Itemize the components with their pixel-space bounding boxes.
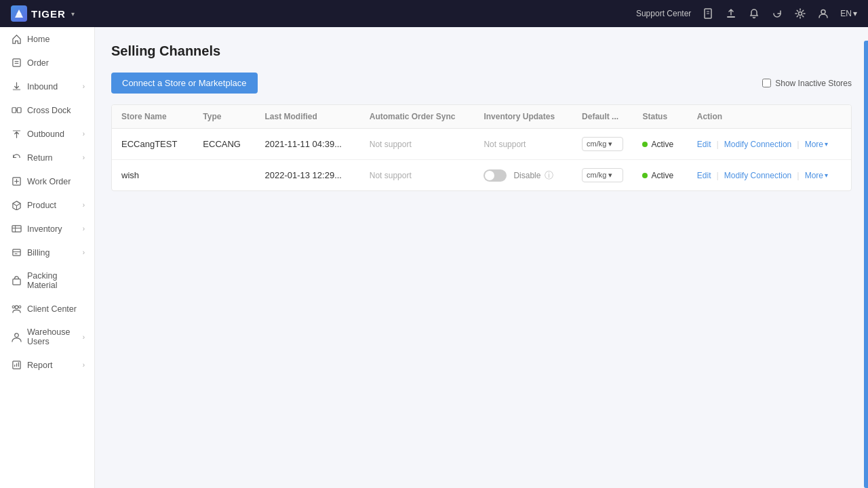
table-row: wish2022-01-13 12:29...Not supportDisabl… <box>112 160 851 191</box>
order-icon <box>12 58 22 68</box>
product-icon <box>12 200 22 210</box>
inventory-toggle[interactable] <box>484 169 507 182</box>
table-row: ECCangTESTECCANG2021-11-11 04:39...Not s… <box>112 129 851 160</box>
support-center-link[interactable]: Support Center <box>636 9 691 18</box>
action-separator-2: | <box>797 170 799 180</box>
selling-channels-table: Store Name Type Last Modified Automatic … <box>111 104 852 191</box>
sidebar-item-order[interactable]: Order <box>0 51 94 75</box>
sidebar-item-billing[interactable]: Billing › <box>0 241 94 264</box>
warehouse-caret-icon: › <box>83 333 85 341</box>
cell-default: cm/kg ▾ <box>572 160 633 191</box>
col-last-modified: Last Modified <box>255 105 359 129</box>
action-separator: | <box>716 170 718 180</box>
table-header-row: Store Name Type Last Modified Automatic … <box>112 105 851 129</box>
edit-link[interactable]: Edit <box>697 171 711 180</box>
modify-connection-link[interactable]: Modify Connection <box>724 140 791 149</box>
more-dropdown[interactable]: More▾ <box>805 171 828 180</box>
language-selector[interactable]: EN ▾ <box>840 9 857 18</box>
sidebar-label-cross-dock: Cross Dock <box>27 106 85 115</box>
status-badge: Active <box>642 171 673 180</box>
sidebar-label-order: Order <box>27 58 85 68</box>
more-dropdown[interactable]: More▾ <box>805 140 828 149</box>
svg-rect-13 <box>13 130 20 131</box>
toolbar: Connect a Store or Marketplace Show Inac… <box>111 73 852 94</box>
user-icon[interactable] <box>817 7 829 20</box>
topnav: TIGER ▾ Support Center EN ▾ <box>0 0 868 27</box>
billing-icon <box>12 247 22 258</box>
report-caret-icon: › <box>83 361 85 369</box>
more-caret-icon: ▾ <box>825 171 828 179</box>
language-label: EN <box>840 9 852 18</box>
svg-line-16 <box>13 203 17 205</box>
sidebar-item-outbound[interactable]: Outbound › <box>0 122 94 146</box>
right-panel-hint <box>864 41 868 488</box>
sidebar-item-home[interactable]: Home <box>0 27 94 51</box>
sidebar-item-report[interactable]: Report › <box>0 353 94 377</box>
product-caret-icon: › <box>83 201 85 209</box>
show-inactive-checkbox[interactable] <box>762 79 771 87</box>
show-inactive-label[interactable]: Show Inactive Stores <box>762 79 852 88</box>
cell-default: cm/kg ▾ <box>572 129 633 160</box>
sidebar: Home Order Inbound › Cross Dock Outbound… <box>0 27 95 488</box>
settings-icon[interactable] <box>794 7 806 20</box>
col-store-name: Store Name <box>112 105 193 129</box>
topnav-actions: Support Center EN ▾ <box>636 7 857 20</box>
sidebar-item-packing-material[interactable]: Packing Material <box>0 264 94 297</box>
sidebar-item-product[interactable]: Product › <box>0 193 94 217</box>
sidebar-label-return: Return <box>27 153 77 163</box>
modify-connection-link[interactable]: Modify Connection <box>724 171 791 180</box>
cell-store-name: wish <box>112 160 193 191</box>
cell-status: Active <box>633 129 687 160</box>
col-type: Type <box>193 105 255 129</box>
refresh-icon[interactable] <box>771 7 783 20</box>
inventory-info-icon[interactable]: ⓘ <box>545 169 553 182</box>
cell-inventory-updates: Disableⓘ <box>474 160 572 191</box>
app-caret-icon[interactable]: ▾ <box>71 10 75 18</box>
svg-point-26 <box>19 306 21 308</box>
bell-icon[interactable] <box>748 7 760 20</box>
home-icon <box>12 34 22 44</box>
sidebar-item-return[interactable]: Return › <box>0 146 94 169</box>
sidebar-item-work-order[interactable]: Work Order <box>0 169 94 193</box>
page-title: Selling Channels <box>111 43 852 59</box>
action-separator: | <box>716 139 718 149</box>
sidebar-item-inventory[interactable]: Inventory › <box>0 217 94 241</box>
upload-icon[interactable] <box>725 7 737 20</box>
billing-caret-icon: › <box>83 249 85 256</box>
status-dot-icon <box>642 142 648 147</box>
default-select[interactable]: cm/kg ▾ <box>582 137 623 151</box>
sidebar-label-billing: Billing <box>27 248 77 258</box>
sidebar-item-client-center[interactable]: Client Center <box>0 297 94 321</box>
sidebar-item-inbound[interactable]: Inbound › <box>0 75 94 98</box>
sidebar-label-inbound: Inbound <box>27 82 77 92</box>
col-status: Status <box>633 105 687 129</box>
svg-rect-9 <box>13 89 20 90</box>
sidebar-item-cross-dock[interactable]: Cross Dock <box>0 98 94 122</box>
return-icon <box>12 152 22 163</box>
svg-rect-21 <box>13 249 20 256</box>
client-icon <box>12 304 22 314</box>
edit-link[interactable]: Edit <box>697 140 711 149</box>
svg-rect-10 <box>12 108 16 113</box>
svg-point-28 <box>15 333 19 337</box>
lang-caret-icon: ▾ <box>853 9 857 18</box>
outbound-caret-icon: › <box>83 130 85 138</box>
return-caret-icon: › <box>83 154 85 161</box>
status-text: Active <box>651 171 673 180</box>
sidebar-label-outbound: Outbound <box>27 129 77 139</box>
col-action: Action <box>688 105 851 129</box>
main-content: Selling Channels Connect a Store or Mark… <box>95 27 868 488</box>
svg-line-17 <box>17 203 21 205</box>
sidebar-label-work-order: Work Order <box>27 177 85 186</box>
status-dot-icon <box>642 173 648 178</box>
inbound-icon <box>12 81 22 92</box>
tiger-logo <box>11 5 27 22</box>
app-name: TIGER <box>31 8 66 20</box>
more-label: More <box>805 171 823 180</box>
default-select[interactable]: cm/kg ▾ <box>582 168 623 182</box>
cell-inventory-updates: Not support <box>474 129 572 160</box>
connect-store-button[interactable]: Connect a Store or Marketplace <box>111 73 258 94</box>
document-icon[interactable] <box>702 7 714 20</box>
sidebar-item-warehouse-users[interactable]: Warehouse Users › <box>0 321 94 353</box>
status-badge: Active <box>642 140 673 149</box>
